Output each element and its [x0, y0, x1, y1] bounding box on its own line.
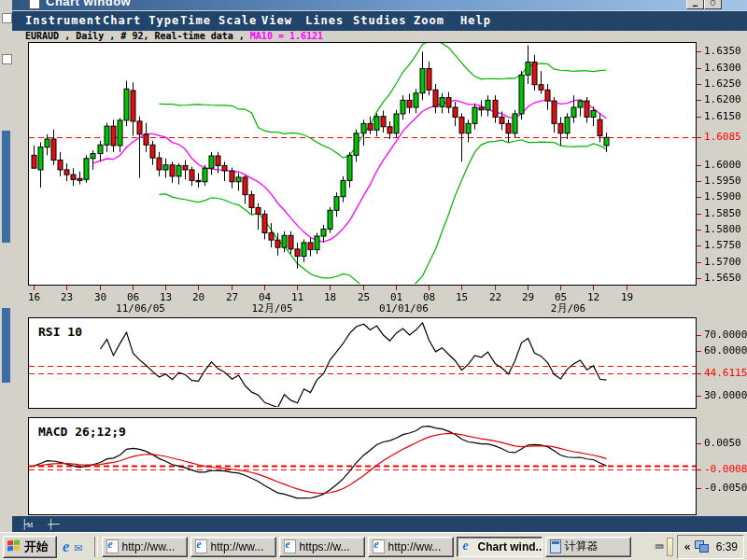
taskbar-divider: [94, 537, 98, 557]
background-window-strip: [0, 0, 12, 532]
status-glyph: ├ᴍ: [21, 519, 33, 529]
keyboard-input-icon[interactable]: ⌨: [655, 539, 663, 555]
taskbar-button-4[interactable]: http://ww...: [368, 537, 454, 557]
rsi-chart-canvas[interactable]: [28, 317, 747, 413]
quick-launch: e ✉: [63, 539, 83, 555]
price-chart-canvas[interactable]: [28, 42, 747, 315]
ma10-value: MA10 = 1.6121: [250, 31, 323, 41]
taskbar-button-3[interactable]: https://w...: [279, 537, 365, 557]
taskbar-button-label: http://ww...: [388, 540, 442, 553]
taskbar-button-label: https://w...: [300, 540, 350, 553]
outlook-express-icon[interactable]: ✉: [75, 539, 83, 554]
maximize-button[interactable]: ▢: [704, 0, 722, 9]
ie-page-icon: [106, 539, 119, 553]
menu-chart-type[interactable]: Chart Type: [103, 14, 179, 27]
tray-chevron-icon[interactable]: «: [684, 540, 690, 553]
start-button[interactable]: 开始: [3, 536, 57, 558]
chart-icon: [461, 540, 474, 553]
menu-zoom[interactable]: Zoom: [414, 14, 444, 27]
macd-chart-canvas[interactable]: [28, 417, 747, 518]
tray-clock: 6:39: [712, 540, 738, 553]
start-label: 开始: [24, 539, 49, 555]
menu-instrument[interactable]: Instrument: [25, 14, 102, 27]
menu-view[interactable]: View: [261, 14, 292, 27]
ie-page-icon: [373, 539, 385, 553]
instrument-infobar: EURAUD , Daily , # 92, Real-time data , …: [12, 31, 747, 42]
macd-panel-title: MACD 26;12;9: [36, 425, 128, 439]
ie-page-icon: [284, 539, 296, 553]
ie-page-icon: [195, 539, 207, 553]
system-tray: « 6:39: [677, 535, 744, 559]
windows-logo-icon: [7, 540, 21, 553]
menu-lines[interactable]: Lines: [305, 14, 344, 27]
taskbar-button-2[interactable]: http://ww...: [190, 537, 276, 557]
chart-area: RSI 10 MACD 26;12;9: [12, 42, 747, 516]
background-scrollbar: [2, 131, 10, 243]
taskbar-button-label: http://ww...: [122, 540, 176, 553]
task-button-group: http://ww...http://ww...https://w...http…: [102, 537, 652, 557]
menu-studies[interactable]: Studies: [353, 14, 407, 27]
taskbar-button-label: http://ww...: [211, 540, 264, 553]
desktop-screen: Chart window ▁ ▢ Instrument Chart Type T…: [0, 0, 747, 560]
taskbar-button-label: 计算器: [565, 539, 599, 554]
window-icon: [29, 0, 40, 9]
taskbar-button-1[interactable]: http://ww...: [102, 537, 188, 557]
chart-window: Chart window ▁ ▢ Instrument Chart Type T…: [12, 0, 747, 532]
taskbar: 开始 e ✉ http://ww...http://ww...https://w…: [0, 532, 747, 560]
instrument-info: EURAUD , Daily , # 92, Real-time data ,: [25, 31, 250, 41]
taskbar-button-6[interactable]: 计算器: [545, 537, 631, 557]
network-icon[interactable]: [695, 540, 709, 553]
language-bar-grip[interactable]: [667, 538, 673, 556]
menu-time-scale[interactable]: Time Scale: [180, 14, 257, 27]
rsi-panel-title: RSI 10: [36, 325, 84, 339]
internet-explorer-icon[interactable]: e: [63, 539, 70, 555]
minimize-button[interactable]: ▁: [686, 0, 704, 9]
taskbar-button-label: Chart wind...: [478, 540, 543, 553]
titlebar[interactable]: Chart window ▁ ▢: [12, 0, 747, 10]
background-scrollbar: [2, 308, 10, 383]
menubar: Instrument Chart Type Time Scale View Li…: [12, 11, 747, 31]
menu-help[interactable]: Help: [460, 14, 491, 27]
calculator-icon: [550, 539, 561, 553]
background-icon: [2, 13, 12, 23]
taskbar-button-5[interactable]: Chart wind...: [457, 537, 543, 557]
chart-statusbar: ├ᴍ ┼─: [12, 516, 747, 532]
status-glyph: ┼─: [48, 519, 59, 529]
background-icon: [2, 54, 12, 64]
window-title: Chart window: [46, 0, 131, 8]
